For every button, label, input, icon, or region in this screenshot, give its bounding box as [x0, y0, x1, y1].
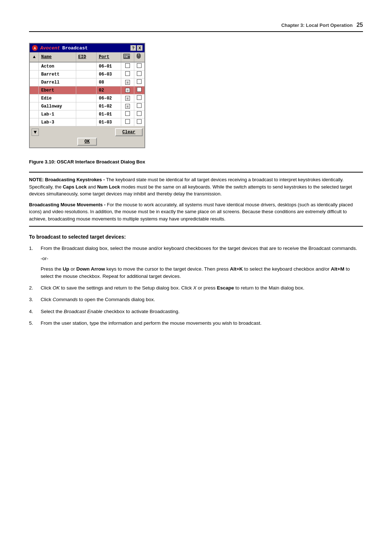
step-5: 5. From the user station, type the infor…: [29, 320, 363, 327]
row-mouse-checkbox[interactable]: [134, 110, 144, 118]
row-port: 08: [97, 78, 121, 86]
row-sort-col: [30, 118, 39, 126]
row-eid: [76, 110, 97, 118]
row-eid: [76, 118, 97, 126]
step-2-number: 2.: [29, 284, 36, 292]
help-button[interactable]: ?: [130, 45, 136, 51]
row-kbd-checkbox[interactable]: ☒: [121, 94, 134, 102]
row-name: Ebert: [39, 86, 76, 94]
svg-rect-5: [127, 54, 128, 56]
table-row[interactable]: Acton06–01: [30, 62, 144, 70]
table-row[interactable]: Galloway01–02☒: [30, 102, 144, 110]
clear-button[interactable]: Clear: [115, 128, 143, 136]
devices-table: ▲ Name EID Port: [30, 52, 144, 126]
table-row[interactable]: Edie06–02☒: [30, 94, 144, 102]
table-row[interactable]: Lab-301–03: [30, 118, 144, 126]
row-kbd-checkbox[interactable]: ☒: [121, 102, 134, 110]
th-kbd: [121, 52, 134, 62]
row-kbd-checkbox[interactable]: ☒: [121, 86, 134, 94]
page-number: 25: [356, 22, 363, 28]
th-port[interactable]: Port: [97, 52, 121, 62]
step-4-content: Select the Broadcast Enable checkbox to …: [41, 308, 363, 315]
row-eid: [76, 62, 97, 70]
row-sort-col: [30, 102, 39, 110]
row-mouse-checkbox[interactable]: [134, 94, 144, 102]
up-key: Up: [63, 266, 69, 272]
svg-rect-3: [124, 54, 125, 56]
chapter-info: Chapter 3: Local Port Operation 25: [281, 22, 363, 28]
row-name: Galloway: [39, 102, 76, 110]
step-4-number: 4.: [29, 308, 36, 315]
dialog-title-bar: A Avocent Broadcast ? X: [30, 44, 144, 52]
row-name: Barrett: [39, 70, 76, 78]
th-eid[interactable]: EID: [76, 52, 97, 62]
row-kbd-checkbox[interactable]: [121, 62, 134, 70]
th-sort[interactable]: ▲: [30, 52, 39, 62]
row-port: 01–03: [97, 118, 121, 126]
steps-list: 1. From the Broadcast dialog box, select…: [29, 245, 363, 327]
row-name: Darrell: [39, 78, 76, 86]
row-mouse-checkbox[interactable]: [134, 70, 144, 78]
note-box: NOTE: Broadcasting Keystrokes - The keyb…: [29, 172, 363, 227]
step-1-number: 1.: [29, 245, 36, 252]
table-row[interactable]: Darrell08☒: [30, 78, 144, 86]
altk-key: Alt+K: [230, 266, 243, 272]
num-lock-label: Num Lock: [97, 184, 120, 190]
sort-down-button[interactable]: ▼: [32, 129, 39, 136]
devices-tbody: Acton06–01Barrett06–03Darrell08☒Ebert02☒…: [30, 62, 144, 126]
section-heading: To broadcast to selected target devices:: [29, 234, 363, 240]
broadcast-dialog[interactable]: A Avocent Broadcast ? X ▲ Name EID Port: [29, 43, 145, 148]
logo-avocent: Avocent: [40, 45, 60, 51]
row-kbd-checkbox[interactable]: [121, 70, 134, 78]
th-mouse: [134, 52, 144, 62]
close-button[interactable]: X: [137, 45, 143, 51]
table-row[interactable]: Barrett06–03: [30, 70, 144, 78]
row-sort-col: [30, 62, 39, 70]
table-row[interactable]: Lab-101–01: [30, 110, 144, 118]
step-1: 1. From the Broadcast dialog box, select…: [29, 245, 363, 280]
step-2-content: Click OK to save the settings and return…: [41, 284, 363, 292]
dialog-content: ▲ Name EID Port: [30, 52, 144, 126]
svg-rect-6: [124, 56, 125, 57]
or-separator: -or-: [41, 255, 363, 262]
caps-lock-label: Caps Lock: [63, 184, 87, 190]
row-name: Edie: [39, 94, 76, 102]
th-name[interactable]: Name: [39, 52, 76, 62]
escape-ref: Escape: [217, 285, 234, 291]
svg-rect-4: [126, 54, 127, 56]
ok-button[interactable]: OK: [77, 138, 97, 146]
down-arrow-key: Down Arrow: [76, 266, 105, 272]
row-sort-col: [30, 70, 39, 78]
row-port: 01–01: [97, 110, 121, 118]
dialog-container: A Avocent Broadcast ? X ▲ Name EID Port: [29, 43, 363, 148]
row-kbd-checkbox[interactable]: [121, 110, 134, 118]
step-1-content: From the Broadcast dialog box, select th…: [41, 245, 363, 280]
row-kbd-checkbox[interactable]: ☒: [121, 78, 134, 86]
row-mouse-checkbox[interactable]: [134, 118, 144, 126]
row-eid: [76, 102, 97, 110]
commands-ref: Commands: [53, 297, 78, 302]
step-5-content: From the user station, type the informat…: [41, 320, 363, 327]
row-eid: [76, 78, 97, 86]
row-sort-col: [30, 110, 39, 118]
row-mouse-checkbox[interactable]: [134, 78, 144, 86]
svg-rect-7: [126, 56, 128, 57]
row-mouse-checkbox[interactable]: [134, 102, 144, 110]
x-ref: X: [193, 285, 196, 291]
mouse-icon: [136, 53, 141, 59]
note2-label: Broadcasting Mouse Movements -: [29, 202, 106, 207]
table-row[interactable]: Ebert02☒: [30, 86, 144, 94]
title-buttons: ? X: [130, 45, 143, 51]
row-sort-col: [30, 78, 39, 86]
row-port: 06–01: [97, 62, 121, 70]
keyboard-icon: [123, 54, 130, 59]
row-name: Lab-1: [39, 110, 76, 118]
figure-caption-text: Figure 3.10: OSCAR Interface Broadcast D…: [29, 159, 145, 165]
chapter-label: Chapter 3: Local Port Operation: [281, 23, 352, 28]
row-port: 06–03: [97, 70, 121, 78]
broadcast-enable-ref: Broadcast Enable: [64, 309, 103, 314]
row-mouse-checkbox[interactable]: [134, 86, 144, 94]
row-kbd-checkbox[interactable]: [121, 118, 134, 126]
row-port: 01–02: [97, 102, 121, 110]
row-mouse-checkbox[interactable]: [134, 62, 144, 70]
